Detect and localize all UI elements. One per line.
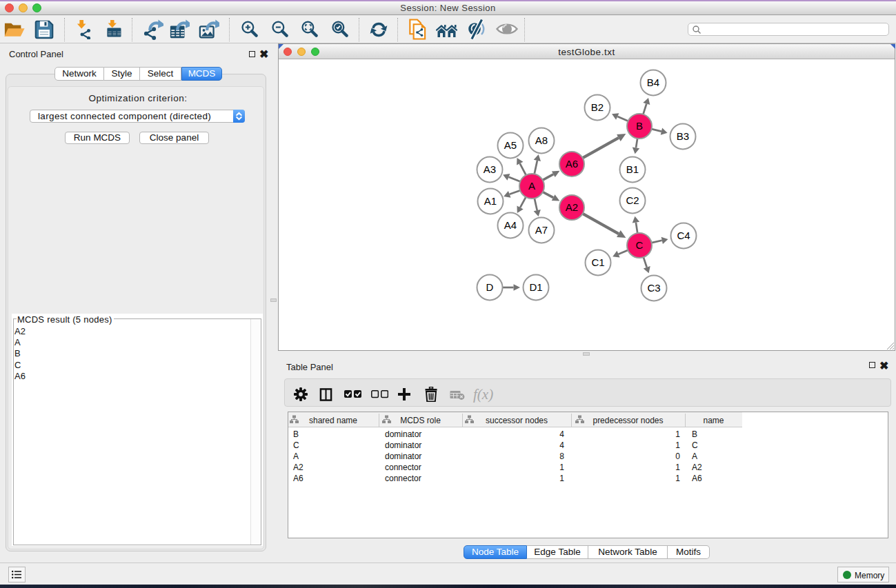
svg-text:C1: C1: [591, 256, 604, 268]
svg-text:A5: A5: [504, 139, 517, 151]
svg-text:A8: A8: [535, 134, 548, 146]
svg-text:A: A: [528, 180, 535, 192]
svg-text:B2: B2: [591, 101, 604, 113]
svg-text:A7: A7: [535, 224, 548, 236]
svg-text:C4: C4: [677, 230, 690, 241]
svg-text:B3: B3: [677, 130, 689, 142]
svg-text:A6: A6: [566, 158, 578, 170]
svg-text:A4: A4: [504, 219, 517, 231]
svg-text:C2: C2: [626, 194, 639, 206]
svg-text:A1: A1: [484, 195, 497, 207]
svg-text:D1: D1: [529, 281, 542, 293]
svg-text:C3: C3: [647, 282, 660, 294]
svg-text:B4: B4: [647, 77, 659, 88]
svg-text:A3: A3: [484, 163, 496, 175]
svg-text:A2: A2: [566, 201, 578, 213]
svg-text:B: B: [636, 120, 643, 132]
svg-text:C: C: [636, 239, 644, 251]
svg-text:B1: B1: [626, 163, 639, 175]
svg-text:D: D: [486, 281, 494, 293]
